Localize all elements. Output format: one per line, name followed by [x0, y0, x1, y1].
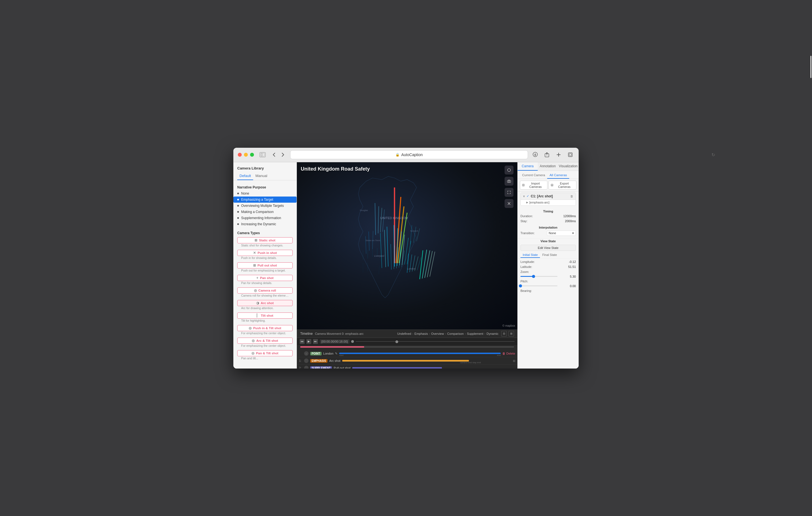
- tab-visualization[interactable]: Visualization: [558, 162, 579, 171]
- stay-row: Stay: 2000ms: [518, 219, 579, 223]
- row-label-2: Pull out shot: [334, 366, 351, 369]
- pull-out-label: Pull out shot: [258, 264, 277, 267]
- forward-button[interactable]: [279, 151, 287, 159]
- narrative-comparison-dot: [237, 211, 239, 213]
- camera-roll-button[interactable]: ◎ Camera roll: [237, 288, 293, 294]
- pitch-row: Pitch:: [518, 279, 579, 284]
- arc-tilt-button[interactable]: ◎ Arc & Tilt shot: [237, 337, 293, 344]
- static-shot-button[interactable]: ⊞ Static shot: [237, 237, 293, 243]
- narrative-comparison[interactable]: Making a Comparison: [233, 209, 296, 215]
- svg-line-21: [380, 208, 382, 232]
- row-delete-0[interactable]: 🗑 Delete: [502, 352, 515, 355]
- address-bar[interactable]: 🔒 AutoCaption ↻: [290, 150, 528, 159]
- timeline-camera-movement: Camera Movement 0: emphasis-arc: [315, 332, 364, 335]
- panel-actions: Import Cameras Export Cameras: [518, 179, 579, 191]
- push-in-button[interactable]: ✕ Push in shot: [237, 250, 293, 256]
- tilt-label: Tilt shot: [261, 314, 273, 317]
- map-container[interactable]: UNITED KINGDOM Liverpool London Stoke-on…: [297, 162, 517, 329]
- narrative-none-dot: [237, 193, 239, 194]
- tilt-button[interactable]: ▏ Tilt shot: [237, 313, 293, 319]
- map-settings-button[interactable]: [504, 166, 514, 174]
- narrative-dynamic[interactable]: Increasing the Dynamic: [233, 221, 296, 227]
- pull-out-button[interactable]: ⊞ Pull out shot: [237, 262, 293, 268]
- svg-line-41: [425, 250, 430, 277]
- transition-dropdown[interactable]: None ▾: [547, 230, 576, 236]
- timeline-icon-2[interactable]: ⊞: [509, 331, 514, 336]
- traffic-lights: [238, 153, 254, 157]
- back-button[interactable]: [270, 151, 278, 159]
- pitch-label: Pitch:: [520, 280, 576, 283]
- skip-start-button[interactable]: ⏮: [300, 339, 304, 344]
- import-cameras-button[interactable]: Import Cameras: [520, 181, 548, 190]
- arc-tilt-icon: ◎: [252, 339, 255, 343]
- svg-text:London: London: [407, 267, 415, 270]
- export-label: Export Cameras: [554, 182, 574, 188]
- svg-rect-1: [261, 153, 264, 156]
- download-icon[interactable]: [531, 151, 539, 159]
- roll-icon: ◎: [254, 289, 257, 293]
- share-icon[interactable]: [543, 151, 551, 159]
- svg-line-42: [427, 251, 432, 277]
- pull-out-icon: ⊞: [253, 264, 256, 267]
- tabs-icon[interactable]: [567, 151, 574, 159]
- timing-label: Timing: [518, 209, 579, 214]
- spikes-london: [395, 187, 407, 263]
- map-fullscreen-button[interactable]: [504, 188, 514, 197]
- zoom-label: Zoom:: [520, 270, 576, 273]
- new-tab-icon[interactable]: [555, 151, 562, 159]
- play-button[interactable]: ▶: [306, 339, 311, 344]
- arc-button[interactable]: ◑ Arc shot: [237, 300, 293, 306]
- narrative-overviewing[interactable]: Overviewing Multiple Targets: [233, 203, 296, 209]
- zoom-slider-row: 5.30: [518, 274, 579, 279]
- tab-annotation[interactable]: Annotation: [538, 162, 558, 171]
- svg-point-57: [508, 168, 511, 171]
- tab-manual[interactable]: Manual: [253, 172, 269, 180]
- map-camera-button[interactable]: [504, 177, 514, 186]
- pitch-slider[interactable]: [520, 286, 557, 286]
- minimize-button[interactable]: [244, 153, 248, 157]
- camera-type-static: ⊞ Static shot Static shot for showing ch…: [233, 236, 296, 249]
- narrative-none[interactable]: None: [233, 190, 296, 196]
- stay-label: Stay:: [520, 219, 558, 223]
- pitch-thumb[interactable]: [519, 284, 522, 288]
- bearing-row: Bearing:: [518, 288, 579, 293]
- close-button[interactable]: [238, 153, 242, 157]
- map-controls: [504, 166, 514, 208]
- state-tab-initial[interactable]: Initial State: [520, 252, 540, 258]
- narrative-supplementing-label: Supplementing Information: [241, 216, 281, 220]
- map-close-button[interactable]: [504, 199, 514, 208]
- row-expand-1[interactable]: ⊟: [513, 359, 515, 362]
- svg-line-39: [419, 250, 423, 279]
- push-in-label: Push in shot: [258, 251, 277, 254]
- zoom-thumb[interactable]: [532, 275, 535, 278]
- tab-camera[interactable]: Camera: [518, 162, 538, 171]
- subtab-all[interactable]: All Cameras: [547, 172, 569, 179]
- timeline-icon-1[interactable]: ⊟: [501, 331, 507, 336]
- progress-bar[interactable]: [300, 346, 514, 348]
- zoom-slider[interactable]: [520, 276, 557, 277]
- timeline-playhead[interactable]: [351, 340, 354, 343]
- camera-types-label: Camera Types: [233, 229, 296, 236]
- subtab-current[interactable]: Current Camera: [520, 172, 547, 179]
- skip-end-button[interactable]: ⏭: [313, 339, 318, 344]
- left-sidebar: Camera Library Default Manual Narrative …: [233, 162, 297, 369]
- row-edit-0[interactable]: ✎: [335, 352, 338, 355]
- state-tab-final[interactable]: Final State: [540, 252, 559, 258]
- pan-button[interactable]: + Pan shot: [237, 275, 293, 281]
- narrative-supplementing[interactable]: Supplementing Information: [233, 215, 296, 221]
- edit-view-state-button[interactable]: Edit View State: [520, 245, 576, 251]
- export-cameras-button[interactable]: Export Cameras: [549, 181, 576, 190]
- narrative-overviewing-label: Overviewing Multiple Targets: [241, 204, 284, 208]
- pan-tilt-button[interactable]: ◎ Pan & Tilt shot: [237, 350, 293, 356]
- tab-default[interactable]: Default: [237, 172, 253, 180]
- fullscreen-button[interactable]: [250, 153, 254, 157]
- camera-chevron[interactable]: ∨: [523, 195, 525, 198]
- camera-item-delete[interactable]: 🗑: [570, 195, 573, 198]
- narrative-emphasizing[interactable]: Emphasizing a Target: [233, 196, 296, 203]
- timeline-time: [00:00.00/00:18.00]: [320, 339, 349, 344]
- push-tilt-button[interactable]: ◎ Push in & Tilt shot: [237, 325, 293, 331]
- sidebar-toggle-button[interactable]: [260, 152, 266, 157]
- narrative-overviewing-dot: [237, 205, 239, 207]
- camera-emphasis-row[interactable]: ▶ [emphasis-arc]: [521, 200, 576, 206]
- camera-type-pull-out: ⊞ Pull out shot Push out for emphasizing…: [233, 261, 296, 274]
